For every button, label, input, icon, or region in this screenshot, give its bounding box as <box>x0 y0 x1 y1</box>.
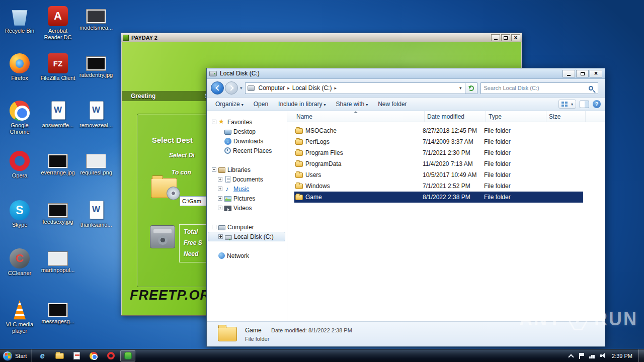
file-row-programdata[interactable]: ProgramData11/4/2020 7:13 AMFile folder <box>294 158 583 169</box>
file-row-users[interactable]: Users10/5/2017 10:49 AMFile folder <box>294 169 583 180</box>
tray-network-icon[interactable] <box>589 353 595 358</box>
help-button[interactable]: ? <box>593 100 601 108</box>
nav-item-documents[interactable]: Documents <box>208 174 285 184</box>
payday-close-button[interactable]: × <box>511 34 520 41</box>
installer-tab-greeting[interactable]: Greeting <box>131 93 155 100</box>
preview-pane-button[interactable] <box>580 101 589 108</box>
explorer-maximize-button[interactable] <box>576 70 589 77</box>
desktop-icon-recycle-bin[interactable]: Recycle Bin <box>1 6 38 34</box>
payday-titlebar[interactable]: PAYDAY 2 × <box>121 33 522 42</box>
desktop-icon-martinpopul[interactable]: martinpopul... <box>39 248 76 274</box>
tray-flag-icon[interactable] <box>579 353 584 359</box>
expander-plus-icon[interactable] <box>218 234 223 239</box>
refresh-button[interactable] <box>465 82 477 94</box>
desktop-icon-ccleaner[interactable]: CCleaner <box>1 248 38 277</box>
expander-minus-icon[interactable] <box>212 167 216 172</box>
expander-plus-icon[interactable] <box>218 187 222 191</box>
expander-plus-icon[interactable] <box>218 196 222 201</box>
taskbar-app-installer-app[interactable] <box>120 350 135 361</box>
desktop-icon-requiresl-png[interactable]: requiresl.png <box>77 151 115 176</box>
desktop-icon-removezeal[interactable]: removezeal... <box>77 101 115 129</box>
nav-item-local-disk-c[interactable]: Local Disk (C:) <box>208 232 285 241</box>
expander-minus-icon[interactable] <box>212 120 216 124</box>
tray-chevron-up-icon[interactable] <box>569 353 574 358</box>
file-type: File folder <box>484 171 544 178</box>
forward-button[interactable] <box>225 81 238 95</box>
payday-maximize-button[interactable] <box>501 34 510 41</box>
file-row-windows[interactable]: Windows7/1/2021 2:52 PMFile folder <box>294 180 583 192</box>
expander-minus-icon[interactable] <box>212 225 216 229</box>
desktop-icon-label: Google Chrome <box>1 122 38 135</box>
change-view-button[interactable]: ▾ <box>558 100 576 109</box>
dropdown-caret-icon: ▾ <box>242 103 244 107</box>
file-type: File folder <box>484 138 544 145</box>
desktop-icon-skype[interactable]: Skype <box>1 200 38 228</box>
nav-item-libraries[interactable]: Libraries <box>208 165 285 174</box>
expander-plus-icon[interactable] <box>218 177 222 182</box>
desktop-icon-firefox[interactable]: Firefox <box>1 53 38 81</box>
taskbar-app-document-app[interactable] <box>69 350 84 361</box>
column-header-name[interactable]: Name <box>287 111 425 122</box>
desktop-icon-thanksamo[interactable]: thanksamo... <box>77 200 115 228</box>
nav-item-computer[interactable]: Computer <box>208 222 285 232</box>
toolbar-organize[interactable]: Organize▾ <box>212 99 247 109</box>
sort-ascending-icon <box>354 111 358 113</box>
libraries-icon <box>218 167 225 173</box>
search-input[interactable] <box>481 85 589 91</box>
desktop-icon-filezilla-client[interactable]: FileZilla Client <box>39 53 76 81</box>
desktop-icon-ratedentry-jpg[interactable]: ratedentry.jpg <box>77 53 115 78</box>
breadcrumb-segment-local-disk-c[interactable]: Local Disk (C:) <box>290 84 335 92</box>
desktop-icon-everrange-jpg[interactable]: everrange.jpg <box>39 151 76 176</box>
explorer-titlebar[interactable]: Local Disk (C:) × <box>207 68 605 79</box>
column-header-date-modified[interactable]: Date modified <box>425 111 486 122</box>
nav-item-network[interactable]: Network <box>208 251 285 260</box>
address-bar[interactable]: Computer▸Local Disk (C:)▸ ▾ <box>245 82 465 94</box>
explorer-minimize-button[interactable] <box>562 70 575 77</box>
toolbar-new-folder[interactable]: New folder <box>374 99 410 109</box>
desktop-icon-feedsexy-jpg[interactable]: feedsexy.jpg <box>39 200 76 225</box>
taskbar-app-google-chrome[interactable] <box>86 350 101 361</box>
desktop-icon-answeroffe[interactable]: answeroffe... <box>39 101 76 129</box>
nav-item-pictures[interactable]: Pictures <box>208 194 285 203</box>
start-button[interactable]: Start <box>0 349 31 362</box>
taskbar-app-internet-explorer[interactable] <box>35 350 50 361</box>
nav-item-music[interactable]: Music <box>208 184 285 194</box>
file-row-perflogs[interactable]: PerfLogs7/14/2009 3:37 AMFile folder <box>294 136 583 147</box>
file-row-game[interactable]: Game8/1/2022 2:38 PMFile folder <box>294 192 583 203</box>
nav-item-favorites[interactable]: Favorites <box>208 117 285 127</box>
address-dropdown-icon[interactable]: ▾ <box>459 85 463 90</box>
nav-item-downloads[interactable]: Downloads <box>208 136 285 146</box>
desktop-icon-messagesg[interactable]: messagesg... <box>39 300 76 325</box>
taskbar-app-windows-explorer[interactable] <box>52 350 67 361</box>
desktop-icon-vlc-media-player[interactable]: VLC media player <box>1 300 38 334</box>
expander-plus-icon[interactable] <box>218 206 222 210</box>
desktop-icon-google-chrome[interactable]: Google Chrome <box>1 101 38 135</box>
payday-minimize-button[interactable] <box>491 34 500 41</box>
search-icon[interactable] <box>589 86 593 90</box>
explorer-close-button[interactable]: × <box>590 70 602 77</box>
back-button[interactable] <box>211 81 224 95</box>
file-name: Game <box>305 194 423 201</box>
feedsexy-jpg-icon <box>48 204 67 217</box>
file-row-program-files[interactable]: Program Files7/1/2021 2:30 PMFile folder <box>294 147 583 158</box>
taskbar-clock[interactable]: 2:39 PM <box>612 353 632 359</box>
toolbar-include-in-library[interactable]: Include in library▾ <box>275 99 329 109</box>
desktop-icon-modelsmea[interactable]: modelsmea... <box>77 6 115 31</box>
maximize-icon <box>504 36 508 40</box>
taskbar-app-opera[interactable] <box>103 350 118 361</box>
breadcrumb-separator-icon[interactable]: ▸ <box>334 85 337 90</box>
tray-volume-icon[interactable] <box>600 353 607 358</box>
history-dropdown-icon[interactable]: ▾ <box>240 85 243 90</box>
column-header-size[interactable]: Size <box>546 111 586 122</box>
nav-item-videos[interactable]: Videos <box>208 203 285 213</box>
file-row-msocache[interactable]: MSOCache8/27/2018 12:45 PMFile folder <box>294 125 583 136</box>
nav-item-desktop[interactable]: Desktop <box>208 127 285 136</box>
desktop-icon-acrobat-reader-dc[interactable]: Acrobat Reader DC <box>39 6 76 41</box>
breadcrumb-segment-computer[interactable]: Computer <box>256 84 288 92</box>
toolbar-share-with[interactable]: Share with▾ <box>332 99 371 109</box>
nav-item-recent-places[interactable]: Recent Places <box>208 146 285 155</box>
show-desktop-button[interactable] <box>638 349 644 362</box>
desktop-icon-opera[interactable]: Opera <box>1 151 38 179</box>
column-header-type[interactable]: Type <box>486 111 546 122</box>
toolbar-open[interactable]: Open <box>250 99 272 109</box>
